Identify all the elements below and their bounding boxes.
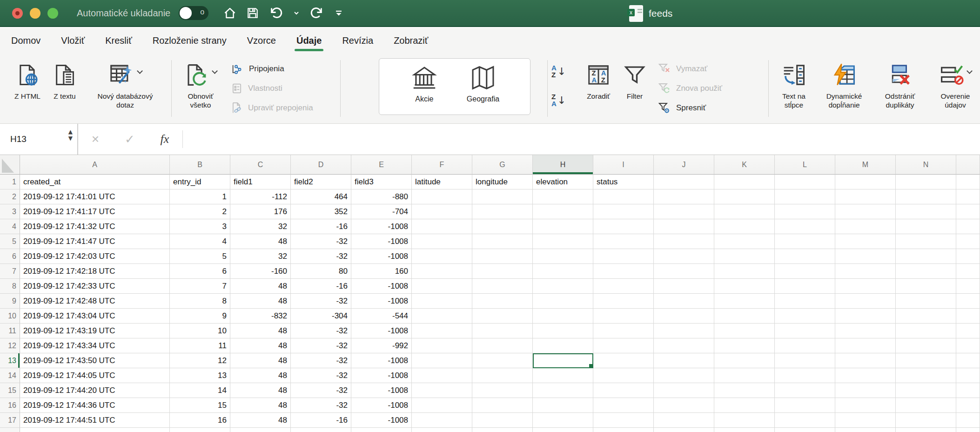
cell-g5[interactable] [472,234,533,249]
cell-l11[interactable] [775,324,835,338]
cell-b16[interactable]: 15 [170,398,230,413]
cell-j10[interactable] [654,309,714,324]
row-header-13[interactable]: 13 [0,353,20,368]
cell-n8[interactable] [896,279,956,294]
cell-l6[interactable] [775,249,835,264]
cell-partial-17[interactable] [956,413,980,428]
name-box[interactable]: H13 ▲▼ [0,124,78,155]
cell-n4[interactable] [896,219,956,234]
cell-l13[interactable] [775,353,835,368]
cell-k11[interactable] [714,324,775,338]
cell-c10[interactable]: -832 [230,309,291,324]
cell-c5[interactable]: 48 [230,234,291,249]
cell-m11[interactable] [835,324,896,338]
column-header-c[interactable]: C [230,155,291,175]
cell-i17[interactable] [593,413,654,428]
tab-kreslit[interactable]: Kresliť [104,29,133,52]
cell-j8[interactable] [654,279,714,294]
cell-g1[interactable]: longitude [472,175,533,189]
cell-h3[interactable] [533,204,593,219]
cell-partial-11[interactable] [956,324,980,338]
cell-k13[interactable] [714,353,775,368]
cell-f16[interactable] [412,398,472,413]
cell-a6[interactable]: 2019-09-12 17:42:03 UTC [20,249,170,264]
cell-h6[interactable] [533,249,593,264]
cell-n15[interactable] [896,383,956,398]
cell-d7[interactable]: 80 [291,264,351,279]
row-header-3[interactable]: 3 [0,204,20,219]
column-header-partial[interactable] [956,155,980,175]
cell-k18[interactable] [714,428,775,432]
cell-i8[interactable] [593,279,654,294]
cell-b4[interactable]: 3 [170,219,230,234]
cell-f9[interactable] [412,294,472,309]
cell-l2[interactable] [775,189,835,204]
cell-h16[interactable] [533,398,593,413]
cell-l10[interactable] [775,309,835,324]
cell-e10[interactable]: -544 [351,309,412,324]
cell-l4[interactable] [775,219,835,234]
cell-partial-14[interactable] [956,368,980,383]
cell-b6[interactable]: 5 [170,249,230,264]
cell-f3[interactable] [412,204,472,219]
cell-b11[interactable]: 10 [170,324,230,338]
cell-partial-2[interactable] [956,189,980,204]
cell-l3[interactable] [775,204,835,219]
row-header-18[interactable]: 18 [0,428,20,432]
cell-e8[interactable]: -1008 [351,279,412,294]
cell-j5[interactable] [654,234,714,249]
cell-n18[interactable] [896,428,956,432]
cell-e11[interactable]: -1008 [351,324,412,338]
row-header-17[interactable]: 17 [0,413,20,428]
cell-l15[interactable] [775,383,835,398]
cell-a7[interactable]: 2019-09-12 17:42:18 UTC [20,264,170,279]
refresh-all-button[interactable]: Obnoviť všetko [175,58,226,109]
home-icon[interactable] [223,7,236,20]
cell-c12[interactable]: 48 [230,338,291,353]
tab-revizia[interactable]: Revízia [341,29,374,52]
tab-udaje[interactable]: Údaje [295,29,322,52]
row-header-10[interactable]: 10 [0,309,20,324]
cell-n14[interactable] [896,368,956,383]
cell-k1[interactable] [714,175,775,189]
save-icon[interactable] [247,7,259,19]
cell-c16[interactable]: 48 [230,398,291,413]
tab-rozlozenie-strany[interactable]: Rozloženie strany [152,29,228,52]
cell-l1[interactable] [775,175,835,189]
cell-c9[interactable]: 48 [230,294,291,309]
cell-e4[interactable]: -1008 [351,219,412,234]
cell-i18[interactable] [593,428,654,432]
flash-fill-button[interactable]: Dynamické dopĺňanie [815,58,873,109]
cell-i7[interactable] [593,264,654,279]
row-header-6[interactable]: 6 [0,249,20,264]
cell-h13[interactable] [533,353,593,368]
cell-m3[interactable] [835,204,896,219]
row-header-2[interactable]: 2 [0,189,20,204]
cell-c8[interactable]: 48 [230,279,291,294]
cell-g10[interactable] [472,309,533,324]
cell-e17[interactable]: -1008 [351,413,412,428]
cell-l14[interactable] [775,368,835,383]
cell-partial-1[interactable] [956,175,980,189]
cell-k2[interactable] [714,189,775,204]
cell-m4[interactable] [835,219,896,234]
cell-m9[interactable] [835,294,896,309]
cell-c11[interactable]: 48 [230,324,291,338]
cell-m18[interactable] [835,428,896,432]
cell-c13[interactable]: 48 [230,353,291,368]
cell-h7[interactable] [533,264,593,279]
cell-m2[interactable] [835,189,896,204]
filter-button[interactable]: Filter [618,58,651,101]
cell-e14[interactable]: -1008 [351,368,412,383]
zoom-window-button[interactable] [47,8,58,19]
text-to-columns-button[interactable]: Text na stĺpce [772,58,815,109]
cell-k4[interactable] [714,219,775,234]
connections-button[interactable]: Pripojenia [230,61,336,76]
cell-a9[interactable]: 2019-09-12 17:42:48 UTC [20,294,170,309]
cell-i13[interactable] [593,353,654,368]
cell-a18[interactable]: 2019-09-12 17:45:06 UTC [20,428,170,432]
cell-m13[interactable] [835,353,896,368]
cell-e9[interactable]: -1008 [351,294,412,309]
cell-i16[interactable] [593,398,654,413]
name-box-spinner[interactable]: ▲▼ [68,128,73,142]
